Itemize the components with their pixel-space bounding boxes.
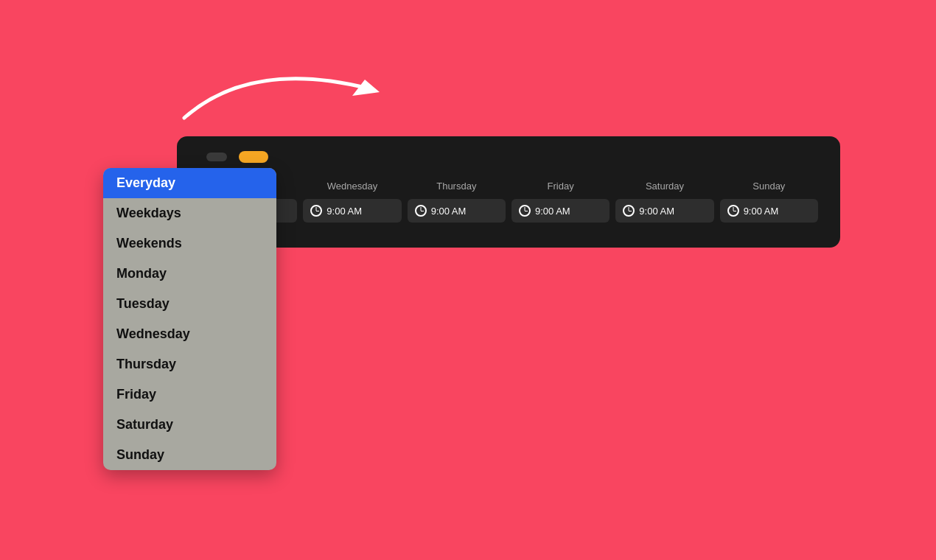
dropdown-item-thursday[interactable]: Thursday [103,349,276,379]
clock-icon [519,205,531,217]
dropdown-item-friday[interactable]: Friday [103,379,276,410]
dropdown-item-weekdays[interactable]: Weekdays [103,198,276,228]
add-schedule-button[interactable] [239,151,268,163]
time-cell[interactable]: 9:00 AM [406,196,507,225]
dropdown-item-monday[interactable]: Monday [103,259,276,289]
time-value: 9:00 AM [744,206,779,217]
time-value: 9:00 AM [326,206,362,217]
time-value: 9:00 AM [535,206,570,217]
time-value: 9:00 AM [431,206,467,217]
column-header-friday: Friday [510,176,611,196]
day-dropdown: EverydayWeekdaysWeekendsMondayTuesdayWed… [103,168,276,470]
time-cell[interactable]: 9:00 AM [719,196,820,225]
svg-marker-0 [352,80,380,96]
clock-icon [727,205,739,217]
panel-header [195,151,823,163]
arrow-decoration [162,44,398,140]
time-cell[interactable]: 9:00 AM [301,196,402,225]
time-value: 9:00 AM [639,206,674,217]
schedule-table: TuesdayWednesdayThursdayFridaySaturdaySu… [195,176,823,225]
column-header-sunday: Sunday [719,176,820,196]
dropdown-item-everyday[interactable]: Everyday [103,168,276,198]
dropdown-item-weekends[interactable]: Weekends [103,228,276,259]
time-badge [206,153,227,161]
column-header-thursday: Thursday [406,176,507,196]
time-cell[interactable]: 9:00 AM [510,196,611,225]
clock-icon [310,205,322,217]
dropdown-item-tuesday[interactable]: Tuesday [103,289,276,319]
clock-icon [623,205,635,217]
clock-icon [415,205,427,217]
column-header-saturday: Saturday [614,176,715,196]
schedule-panel: TuesdayWednesdayThursdayFridaySaturdaySu… [177,136,840,248]
time-cell[interactable]: 9:00 AM [614,196,715,225]
dropdown-item-saturday[interactable]: Saturday [103,410,276,440]
column-header-wednesday: Wednesday [301,176,402,196]
dropdown-item-sunday[interactable]: Sunday [103,440,276,470]
dropdown-item-wednesday[interactable]: Wednesday [103,319,276,349]
